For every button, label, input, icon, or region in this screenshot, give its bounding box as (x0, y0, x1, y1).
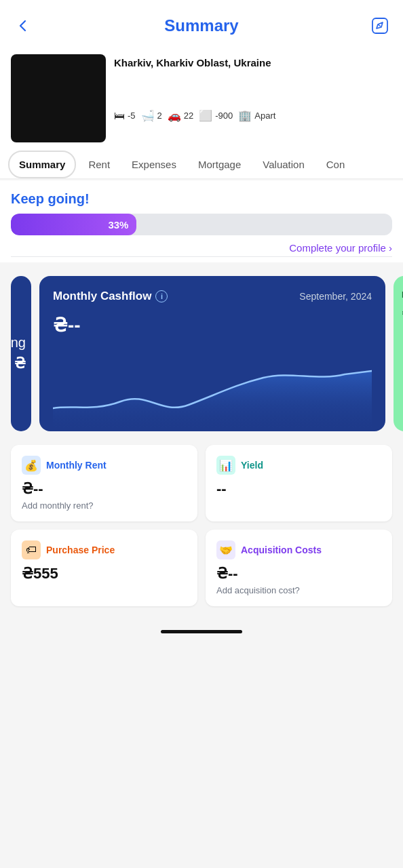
tab-summary[interactable]: Summary (8, 151, 76, 178)
bottom-bar (0, 620, 403, 643)
progress-bar-fill: 33% (11, 214, 136, 235)
stat-baths: 🛁 2 (141, 109, 162, 122)
complete-profile-link[interactable]: Complete your profile › (289, 242, 392, 254)
metric-yield-value: -- (216, 480, 381, 498)
tab-valuation[interactable]: Valuation (253, 152, 313, 177)
stat-garage: 🚗 22 (168, 109, 193, 122)
tab-mortgage[interactable]: Mortgage (189, 152, 250, 177)
metric-price-title: Purchase Price (46, 545, 115, 555)
price-icon: 🏷 (22, 540, 41, 559)
metric-rent-title: Monthly Rent (46, 460, 107, 471)
metric-acq-sub[interactable]: Add acquisition cost? (216, 585, 381, 595)
metric-price-header: 🏷 Purchase Price (22, 540, 187, 559)
divider (11, 256, 392, 257)
progress-bar: 33% (11, 214, 392, 235)
building-icon: 🏢 (238, 109, 252, 122)
property-location: Kharkiv, Kharkiv Oblast, Ukraine (114, 57, 392, 68)
yield-icon: 📊 (216, 456, 235, 475)
header: Summary (0, 0, 403, 46)
acquisition-icon: 🤝 (216, 540, 235, 559)
est-card: Es ₴ (394, 276, 403, 431)
cashflow-card: Monthly Cashflow i September, 2024 ₴-- (39, 276, 385, 431)
cashflow-chart (53, 347, 372, 429)
metric-acq-header: 🤝 Acquisition Costs (216, 540, 381, 559)
metrics-grid: 💰 Monthly Rent ₴-- Add monthly rent? 📊 Y… (0, 445, 403, 620)
stat-beds: 🛏 -5 (114, 109, 136, 122)
home-indicator (161, 630, 242, 633)
info-icon[interactable]: i (155, 290, 168, 302)
cashflow-wrapper: ng ₴ Monthly Cashflow i September, 2024 … (0, 262, 403, 445)
property-stats: 🛏 -5 🛁 2 🚗 22 ⬜ -900 🏢 Apart (114, 109, 392, 122)
stat-area: ⬜ -900 (199, 109, 233, 122)
metric-acq-title: Acquisition Costs (241, 545, 322, 555)
back-button[interactable] (11, 14, 35, 38)
tab-rent[interactable]: Rent (79, 152, 119, 177)
garage-icon: 🚗 (168, 109, 181, 122)
metric-purchase-price: 🏷 Purchase Price ₴555 (11, 530, 197, 606)
cashflow-date: September, 2024 (299, 291, 372, 302)
page-title: Summary (164, 16, 238, 35)
left-partial-label: ng (11, 335, 26, 351)
progress-percent-label: 33% (108, 219, 128, 231)
stat-beds-value: -5 (128, 111, 136, 121)
complete-link-container: Complete your profile › (11, 235, 392, 256)
left-partial-value: ₴ (14, 355, 26, 372)
property-section: Kharkiv, Kharkiv Oblast, Ukraine 🛏 -5 🛁 … (0, 46, 403, 151)
stat-type-value: Apart (254, 111, 275, 121)
keep-going-label: Keep going! (11, 191, 392, 207)
metric-yield-title: Yield (241, 460, 263, 471)
cashflow-title-text: Monthly Cashflow (53, 290, 151, 303)
metric-yield-header: 📊 Yield (216, 456, 381, 475)
metric-monthly-rent: 💰 Monthly Rent ₴-- Add monthly rent? (11, 445, 197, 521)
tabs-row: Summary Rent Expenses Mortgage Valuation… (8, 151, 395, 178)
cashflow-value: ₴-- (53, 314, 372, 336)
stat-garage-value: 22 (184, 111, 193, 121)
cashflow-card-header: Monthly Cashflow i September, 2024 (53, 290, 372, 303)
bed-icon: 🛏 (114, 110, 125, 122)
stat-type: 🏢 Apart (238, 109, 275, 122)
stat-baths-value: 2 (157, 111, 162, 121)
cashflow-card-partial-left: ng ₴ (11, 276, 31, 431)
metric-rent-header: 💰 Monthly Rent (22, 456, 187, 475)
property-info: Kharkiv, Kharkiv Oblast, Ukraine 🛏 -5 🛁 … (114, 54, 392, 122)
progress-section: Keep going! 33% Complete your profile › (0, 180, 403, 262)
tab-expenses[interactable]: Expenses (122, 152, 186, 177)
cashflow-title: Monthly Cashflow i (53, 290, 168, 303)
metric-yield: 📊 Yield -- (206, 445, 392, 521)
metric-rent-value: ₴-- (22, 480, 187, 498)
metric-rent-sub[interactable]: Add monthly rent? (22, 500, 187, 511)
property-image (11, 54, 106, 142)
metric-price-value: ₴555 (22, 565, 187, 583)
rent-icon: 💰 (22, 456, 41, 475)
bath-icon: 🛁 (141, 109, 155, 122)
area-icon: ⬜ (199, 109, 212, 122)
stat-area-value: -900 (215, 111, 233, 121)
edit-button[interactable] (368, 14, 392, 38)
metric-acquisition-costs: 🤝 Acquisition Costs ₴-- Add acquisition … (206, 530, 392, 606)
metric-acq-value: ₴-- (216, 565, 381, 583)
tab-con[interactable]: Con (317, 152, 355, 177)
tabs-section: Summary Rent Expenses Mortgage Valuation… (0, 151, 403, 179)
